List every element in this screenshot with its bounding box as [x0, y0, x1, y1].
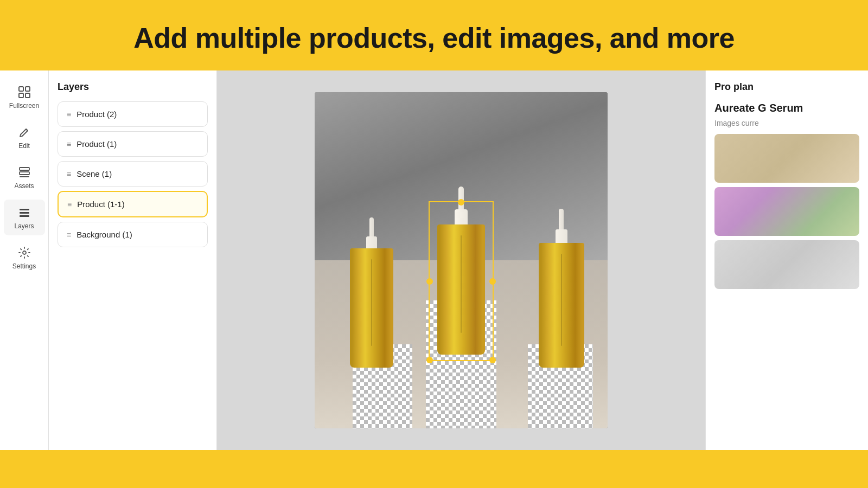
drag-icon-product-1-1: ≡: [67, 200, 72, 209]
body-center: [437, 224, 485, 355]
layers-panel-title: Layers: [58, 81, 208, 93]
sidebar-item-fullscreen-label: Fullscreen: [9, 102, 39, 110]
cap-right: [556, 229, 567, 243]
product-name: Aureate G Serum: [714, 101, 859, 114]
drag-icon-product-2: ≡: [67, 110, 71, 119]
svg-rect-8: [20, 212, 29, 214]
layer-item-product-2[interactable]: ≡ Product (2): [58, 101, 208, 127]
assets-icon: [17, 165, 32, 180]
svg-point-10: [23, 251, 26, 254]
sidebar: Fullscreen Edit Assets: [0, 70, 49, 450]
thumbnail-3[interactable]: [714, 240, 859, 289]
svg-rect-2: [19, 93, 23, 98]
body-right: [539, 243, 584, 368]
svg-rect-4: [20, 168, 29, 170]
layers-icon: [17, 205, 32, 220]
needle-center: [461, 235, 462, 333]
layer-name-scene-1: Scene (1): [76, 169, 112, 178]
sidebar-item-layers-label: Layers: [14, 222, 34, 230]
drag-icon-product-1: ≡: [67, 140, 71, 149]
needle-right: [561, 254, 562, 346]
layer-name-background-1: Background (1): [76, 230, 132, 239]
edit-icon: [17, 125, 32, 140]
layers-panel: Layers ≡ Product (2) ≡ Product (1) ≡ Sce…: [49, 70, 217, 450]
needle-left: [371, 259, 372, 346]
svg-rect-7: [20, 209, 29, 210]
dropper-center: [458, 187, 464, 209]
canvas-area[interactable]: [217, 70, 705, 450]
thumbnail-2[interactable]: [714, 187, 859, 236]
product-image-bg: [315, 92, 608, 428]
sidebar-item-assets-label: Assets: [14, 182, 34, 190]
thumbnail-1[interactable]: [714, 134, 859, 183]
dropper-right: [559, 209, 564, 229]
body-left: [350, 248, 393, 368]
sidebar-item-settings[interactable]: Settings: [4, 240, 45, 275]
layer-item-product-1-1[interactable]: ≡ Product (1-1): [58, 191, 208, 217]
layer-item-scene-1[interactable]: ≡ Scene (1): [58, 161, 208, 187]
images-label: Images curre: [714, 119, 859, 127]
fullscreen-icon: [17, 85, 32, 100]
sidebar-item-settings-label: Settings: [12, 262, 36, 270]
sidebar-item-assets[interactable]: Assets: [4, 159, 45, 195]
layer-name-product-2: Product (2): [76, 110, 117, 119]
svg-rect-1: [25, 87, 30, 91]
layer-item-product-1[interactable]: ≡ Product (1): [58, 131, 208, 157]
settings-icon: [17, 245, 32, 260]
layer-item-background-1[interactable]: ≡ Background (1): [58, 222, 208, 247]
bottle-center: [437, 187, 485, 355]
pro-plan-badge: Pro plan: [714, 81, 859, 93]
hero-title: Add multiple products, edit images, and …: [133, 22, 735, 54]
svg-rect-5: [20, 172, 29, 175]
dropper-left: [369, 217, 374, 236]
bottle-left: [350, 217, 393, 368]
right-panel: Pro plan Aureate G Serum Images curre: [705, 70, 868, 450]
app-container: Fullscreen Edit Assets: [0, 70, 868, 450]
svg-rect-0: [19, 87, 23, 91]
svg-rect-3: [25, 93, 30, 98]
cap-left: [366, 236, 377, 248]
layer-name-product-1: Product (1): [76, 139, 117, 149]
sidebar-item-edit[interactable]: Edit: [4, 119, 45, 155]
canvas-content: [315, 92, 608, 428]
svg-rect-6: [20, 176, 29, 177]
layer-name-product-1-1: Product (1-1): [77, 200, 125, 209]
sidebar-item-edit-label: Edit: [18, 142, 30, 150]
sidebar-item-layers[interactable]: Layers: [4, 200, 45, 235]
image-thumbnails: [714, 134, 859, 289]
sidebar-item-fullscreen[interactable]: Fullscreen: [4, 79, 45, 115]
hero-banner: Add multiple products, edit images, and …: [0, 0, 868, 70]
svg-rect-9: [20, 215, 29, 217]
drag-icon-scene-1: ≡: [67, 170, 71, 178]
drag-icon-background-1: ≡: [67, 230, 71, 239]
bottle-right: [539, 209, 584, 368]
cap-center: [455, 209, 468, 224]
